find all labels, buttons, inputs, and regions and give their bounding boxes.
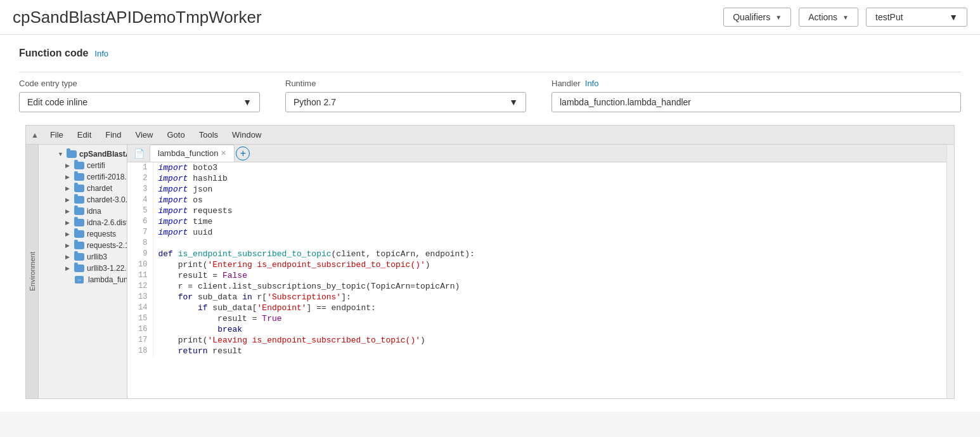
line-number: 12	[127, 281, 153, 292]
line-code: import time	[153, 216, 946, 227]
folder-icon	[74, 242, 84, 249]
code-entry-type-group: Code entry type Edit code inline ▼	[19, 79, 260, 112]
editor-container: ▲ File Edit Find View Goto Tools Window …	[25, 125, 955, 399]
list-item[interactable]: ▶ chardet-3.0.4.dist-info	[55, 194, 127, 205]
folder-icon	[74, 185, 84, 192]
line-number: 9	[127, 249, 153, 259]
line-number: 5	[127, 205, 153, 216]
runtime-select[interactable]: Python 2.7 ▼	[285, 92, 526, 112]
file-icon: ↔	[74, 275, 84, 284]
runtime-value: Python 2.7	[293, 97, 336, 107]
folder-name: certifi-2018.1.18.dist-infc	[87, 173, 127, 181]
code-entry-select[interactable]: Edit code inline ▼	[19, 92, 260, 112]
line-code: import boto3	[153, 162, 946, 173]
table-row: 8	[127, 238, 946, 249]
line-code: import requests	[153, 205, 946, 216]
table-row: 14 if sub_data['Endpoint'] == endpoint:	[127, 303, 946, 313]
tab-lambda-function[interactable]: lambda_function ✕	[150, 145, 235, 162]
env-label: Environment	[29, 252, 36, 291]
line-number: 2	[127, 173, 153, 184]
menu-window[interactable]: Window	[226, 128, 268, 141]
folder-chevron-icon: ▶	[65, 242, 72, 249]
line-code: import hashlib	[153, 173, 946, 184]
list-item[interactable]: ▶ chardet	[55, 183, 127, 194]
root-folder-name: cpSandBlastAPIDemoTmpW	[79, 150, 127, 159]
code-entry-caret-icon: ▼	[243, 97, 252, 107]
list-item[interactable]: ▶ urllib3	[55, 251, 127, 263]
list-item[interactable]: ▶ urllib3-1.22.dist-info	[55, 263, 127, 274]
line-code: print('Entering is_endpoint_subscribed_t…	[153, 259, 946, 270]
toolbar-collapse-icon[interactable]: ▲	[31, 131, 39, 140]
menu-edit[interactable]: Edit	[71, 128, 98, 141]
line-code: return result	[153, 346, 946, 356]
handler-info-link[interactable]: Info	[585, 79, 599, 88]
table-row: 13 for sub_data in r['Subscriptions']:	[127, 292, 946, 303]
code-entry-value: Edit code inline	[27, 97, 87, 107]
code-editor[interactable]: 1 import boto3 2 import hashlib 3 import…	[127, 162, 946, 398]
list-item[interactable]: ▶ idna	[55, 205, 127, 217]
table-row: 18 return result	[127, 346, 946, 356]
editor-toolbar: ▲ File Edit Find View Goto Tools Window	[26, 126, 954, 145]
tab-label: lambda_function	[158, 148, 218, 158]
line-code: print('Leaving is_endpoint_subscribed_to…	[153, 335, 946, 346]
folder-icon	[74, 230, 84, 238]
table-row: 12 r = client.list_subscriptions_by_topi…	[127, 281, 946, 292]
header: cpSandBlastAPIDemoTmpWorker Qualifiers ▼…	[0, 0, 980, 35]
folder-chevron-icon: ▶	[65, 219, 72, 226]
menu-goto[interactable]: Goto	[161, 128, 191, 141]
folder-chevron-icon: ▶	[65, 174, 72, 180]
editor-tabs: 📄 lambda_function ✕ +	[127, 145, 946, 162]
folder-name: certifi	[87, 161, 105, 170]
table-row: 11 result = False	[127, 270, 946, 281]
section-info-link[interactable]: Info	[94, 49, 108, 58]
folder-chevron-icon: ▶	[65, 185, 72, 192]
section-divider	[19, 72, 961, 72]
menu-view[interactable]: View	[129, 128, 160, 141]
table-row: 2 import hashlib	[127, 173, 946, 184]
qualifiers-button[interactable]: Qualifiers ▼	[723, 8, 791, 27]
folder-name: requests-2.18.4.dist-info	[87, 241, 127, 250]
actions-button[interactable]: Actions ▼	[799, 8, 858, 27]
list-item[interactable]: ▶ certifi-2018.1.18.dist-infc	[55, 171, 127, 183]
handler-label: Handler Info	[551, 79, 961, 88]
folder-name: requests	[87, 230, 116, 238]
folder-name: chardet-3.0.4.dist-info	[87, 195, 127, 204]
handler-input[interactable]	[551, 92, 961, 112]
list-item[interactable]: ▶ certifi	[55, 160, 127, 171]
runtime-label: Runtime	[285, 79, 526, 88]
file-tree-content: ▼ cpSandBlastAPIDemoTmpW ▶ certifi ▶	[53, 145, 127, 398]
list-item[interactable]: ▶ requests	[55, 228, 127, 240]
section-title-text: Function code	[19, 48, 88, 59]
table-row: 16 break	[127, 324, 946, 335]
menu-find[interactable]: Find	[99, 128, 127, 141]
copy-tab-icon[interactable]: 📄	[130, 146, 148, 161]
list-item[interactable]: ▶ requests-2.18.4.dist-info	[55, 240, 127, 251]
tab-close-icon[interactable]: ✕	[221, 149, 226, 157]
folder-chevron-icon: ▶	[65, 231, 72, 237]
list-item[interactable]: ▶ ↔ lambda_function.py	[55, 274, 127, 285]
code-panel: 📄 lambda_function ✕ + 1 import boto3	[127, 145, 946, 398]
test-select[interactable]: testPut ▼	[866, 8, 967, 27]
file-name: lambda_function.py	[88, 275, 127, 284]
line-code	[153, 238, 946, 249]
folder-icon	[74, 253, 84, 261]
folder-chevron-icon: ▶	[65, 254, 72, 260]
folder-icon	[74, 264, 84, 272]
editor-scrollbar[interactable]	[946, 145, 954, 398]
table-row: 6 import time	[127, 216, 946, 227]
menu-file[interactable]: File	[44, 128, 70, 141]
main-content: Function code Info Code entry type Edit …	[0, 35, 980, 412]
list-item[interactable]: ▶ idna-2.6.dist-info	[55, 217, 127, 228]
add-tab-button[interactable]: +	[236, 147, 250, 160]
editor-body: Environment ▼ cpSandBlastAPIDemoTmpW ▶	[26, 145, 954, 398]
line-number: 17	[127, 335, 153, 346]
folder-chevron-icon: ▶	[65, 265, 72, 271]
file-tree: Environment ▼ cpSandBlastAPIDemoTmpW ▶	[26, 145, 127, 398]
folder-chevron-icon: ▶	[65, 197, 72, 203]
line-code: def is_endpoint_subscribed_to_topic(clie…	[153, 249, 946, 259]
menu-tools[interactable]: Tools	[193, 128, 224, 141]
tree-root[interactable]: ▼ cpSandBlastAPIDemoTmpW	[55, 148, 127, 160]
svg-text:↔: ↔	[77, 277, 82, 283]
table-row: 7 import uuid	[127, 227, 946, 238]
line-code: result = True	[153, 313, 946, 324]
